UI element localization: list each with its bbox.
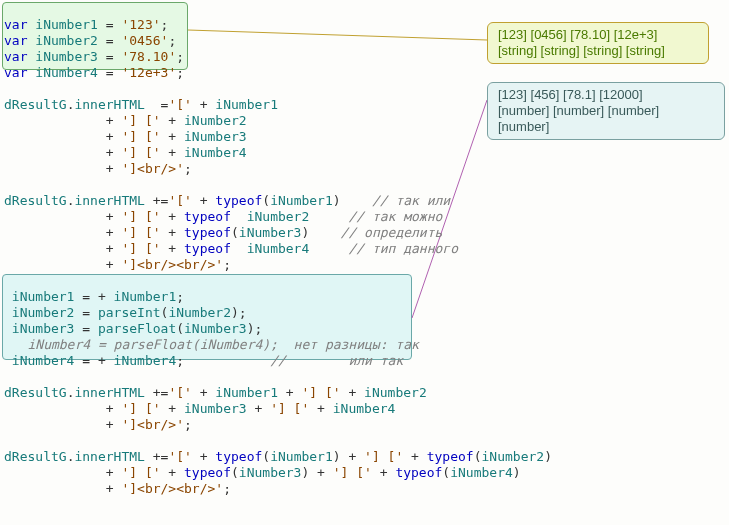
code-token: iNumber1 bbox=[270, 449, 333, 464]
code-token: ) bbox=[513, 465, 521, 480]
code-token: ) + bbox=[333, 449, 364, 464]
code-token: ( bbox=[231, 225, 239, 240]
code-token: = bbox=[74, 321, 97, 336]
code-token: iNumber3 bbox=[12, 321, 75, 336]
code-token: ( bbox=[474, 449, 482, 464]
code-token: dResultG bbox=[4, 193, 67, 208]
code-token: var bbox=[4, 65, 27, 80]
code-token: iNumber2 bbox=[35, 33, 98, 48]
callout-line: [number] [number] [number] [number] bbox=[498, 103, 714, 135]
code-line: dResultG.innerHTML +='[' + typeof(iNumbe… bbox=[4, 193, 552, 209]
code-token: + bbox=[161, 209, 184, 224]
code-token: ( bbox=[231, 465, 239, 480]
code-token: innerHTML bbox=[74, 449, 144, 464]
code-token: '[' bbox=[168, 449, 191, 464]
code-token: = bbox=[145, 97, 168, 112]
code-token: '0456' bbox=[121, 33, 168, 48]
code-token: = bbox=[98, 65, 121, 80]
code-token: iNumber4 bbox=[333, 401, 396, 416]
code-token: + bbox=[4, 129, 121, 144]
code-token: + bbox=[4, 401, 121, 416]
code-line: iNumber4 = parseFloat(iNumber4); нет раз… bbox=[4, 337, 552, 353]
code-token: '] [' bbox=[121, 129, 160, 144]
code-token bbox=[309, 241, 348, 256]
code-line: + '] [' + typeof(iNumber3) // определить bbox=[4, 225, 552, 241]
code-token: parseInt bbox=[98, 305, 161, 320]
code-token: = bbox=[98, 33, 121, 48]
code-token: + bbox=[161, 145, 184, 160]
code-token: '[' bbox=[168, 97, 191, 112]
code-token: iNumber1 bbox=[215, 97, 278, 112]
code-token: + bbox=[161, 401, 184, 416]
code-token: + bbox=[4, 113, 121, 128]
code-token: ; bbox=[223, 481, 231, 496]
code-token: typeof bbox=[395, 465, 442, 480]
code-token: '[' bbox=[168, 385, 191, 400]
code-token: '] [' bbox=[121, 401, 160, 416]
code-token: ']<br/>' bbox=[121, 417, 184, 432]
code-token: ( bbox=[442, 465, 450, 480]
code-token: ; bbox=[161, 17, 169, 32]
callout-number-output: [123] [456] [78.1] [12000] [number] [num… bbox=[487, 82, 725, 140]
code-token: + bbox=[192, 193, 215, 208]
code-token: + bbox=[309, 401, 332, 416]
code-token: iNumber2 bbox=[364, 385, 427, 400]
code-token: + bbox=[4, 241, 121, 256]
code-token: iNumber2 bbox=[482, 449, 545, 464]
code-token: iNumber3 bbox=[239, 465, 302, 480]
code-token: innerHTML bbox=[74, 385, 144, 400]
code-token: // так можно bbox=[348, 209, 442, 224]
code-token: ; bbox=[176, 65, 184, 80]
code-token: = bbox=[98, 17, 121, 32]
callout-line: [123] [456] [78.1] [12000] bbox=[498, 87, 714, 103]
code-line: + '] [' + typeof(iNumber3) + '] [' + typ… bbox=[4, 465, 552, 481]
code-token bbox=[231, 209, 247, 224]
code-token: + bbox=[161, 241, 184, 256]
code-token: iNumber3 bbox=[184, 401, 247, 416]
code-token: var bbox=[4, 33, 27, 48]
code-token: += bbox=[145, 449, 168, 464]
code-token: '] [' bbox=[121, 113, 160, 128]
code-line: + '] [' + iNumber4 bbox=[4, 145, 552, 161]
code-line: var iNumber4 = '12e+3'; bbox=[4, 65, 552, 81]
code-token: + bbox=[278, 385, 301, 400]
code-token: iNumber1 bbox=[270, 193, 333, 208]
code-token: + bbox=[161, 225, 184, 240]
code-token: ']<br/><br/>' bbox=[121, 257, 223, 272]
code-token: iNumber4 bbox=[114, 353, 177, 368]
code-line: dResultG.innerHTML +='[' + iNumber1 + ']… bbox=[4, 385, 552, 401]
code-token: '78.10' bbox=[121, 49, 176, 64]
code-token bbox=[4, 353, 12, 368]
code-token: + bbox=[192, 385, 215, 400]
code-token: = + bbox=[74, 289, 113, 304]
code-token bbox=[231, 241, 247, 256]
code-token: '] [' bbox=[364, 449, 403, 464]
code-token: '] [' bbox=[121, 241, 160, 256]
code-token: iNumber4 bbox=[450, 465, 513, 480]
callout-string-output: [123] [0456] [78.10] [12e+3] [string] [s… bbox=[487, 22, 709, 64]
code-token: = bbox=[98, 49, 121, 64]
code-token: ; bbox=[176, 289, 184, 304]
code-token: iNumber1 bbox=[114, 289, 177, 304]
code-line bbox=[4, 273, 552, 289]
code-token: + bbox=[4, 161, 121, 176]
code-token: parseFloat bbox=[98, 321, 176, 336]
code-token: + bbox=[247, 401, 270, 416]
code-token: innerHTML bbox=[74, 193, 144, 208]
code-token: ) bbox=[301, 225, 340, 240]
code-token: ; bbox=[223, 257, 231, 272]
code-token: ( bbox=[262, 449, 270, 464]
code-token: + bbox=[4, 481, 121, 496]
code-token: iNumber2 bbox=[12, 305, 75, 320]
code-line: + '] [' + iNumber3 + '] [' + iNumber4 bbox=[4, 401, 552, 417]
code-token: // так или bbox=[372, 193, 450, 208]
code-token: iNumber1 bbox=[215, 385, 278, 400]
code-token: '[' bbox=[168, 193, 191, 208]
code-token: ; bbox=[184, 417, 192, 432]
code-token: innerHTML bbox=[74, 97, 144, 112]
code-token: iNumber3 bbox=[35, 49, 98, 64]
code-token: + bbox=[4, 417, 121, 432]
code-token: iNumber4 bbox=[184, 145, 247, 160]
code-line: dResultG.innerHTML ='[' + iNumber1 bbox=[4, 97, 552, 113]
code-block: var iNumber1 = '123';var iNumber2 = '045… bbox=[4, 17, 552, 497]
